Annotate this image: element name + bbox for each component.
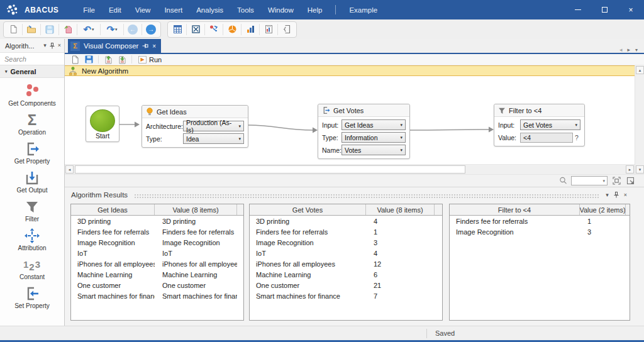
table-row[interactable]: Image RecognitionImage Recognition: [71, 237, 243, 248]
palette-item-get-components[interactable]: Get Components: [0, 81, 64, 108]
tab-scroll-right-icon[interactable]: ▸: [627, 47, 630, 53]
undo-button[interactable]: ↶ ▾: [77, 22, 100, 37]
table-view-button[interactable]: [169, 22, 186, 37]
matrix-view-button[interactable]: [187, 22, 204, 37]
navigate-forward-button[interactable]: →: [142, 22, 160, 37]
chart-view-button[interactable]: [242, 22, 259, 37]
maximize-button[interactable]: [591, 0, 618, 19]
section-header-general[interactable]: ▾ General: [0, 65, 64, 78]
name-dropdown[interactable]: Votes▾: [341, 145, 406, 155]
menu-tools[interactable]: Tools: [230, 6, 261, 14]
workspace-menu[interactable]: Example: [342, 6, 384, 14]
column-header[interactable]: [237, 204, 243, 215]
tab-pin-icon[interactable]: [142, 43, 148, 49]
table-row[interactable]: Image Recognition3: [450, 226, 630, 237]
open-button[interactable]: [23, 22, 40, 37]
table-row[interactable]: IoTIoT: [71, 248, 243, 258]
zoom-level-combobox[interactable]: ▾: [571, 176, 608, 185]
3d-view-button[interactable]: [223, 22, 241, 37]
palette-item-get-output[interactable]: Get Output: [0, 168, 64, 195]
palette-item-operation[interactable]: Σ Operation: [0, 110, 64, 137]
table-row[interactable]: One customerOne customer: [71, 280, 243, 290]
palette-item-attribution[interactable]: Attribution: [0, 226, 64, 253]
pin-icon[interactable]: [613, 192, 619, 198]
tab-close-icon[interactable]: ×: [152, 43, 156, 50]
scroll-up-button[interactable]: ▴: [636, 66, 644, 74]
navigate-back-button[interactable]: ←: [124, 22, 142, 37]
menu-view[interactable]: View: [128, 6, 158, 14]
panel-close-icon[interactable]: ×: [58, 43, 61, 48]
composer-save-button[interactable]: [83, 55, 94, 65]
menu-window[interactable]: Window: [261, 6, 301, 14]
publish-button[interactable]: [59, 22, 77, 37]
column-header[interactable]: [435, 204, 442, 215]
table-row[interactable]: Image Recognition3: [250, 237, 442, 248]
filter-value-input[interactable]: <4: [520, 133, 573, 143]
palette-item-get-property[interactable]: Get Property: [0, 139, 64, 166]
column-header[interactable]: Value (2 items): [580, 204, 626, 215]
filter-node[interactable]: Filter to <4 Input: Get Votes▾ Value: <4…: [494, 104, 585, 146]
table-row[interactable]: Finders fee for referralsFinders fee for…: [71, 226, 243, 237]
new-document-button[interactable]: [4, 22, 22, 37]
menu-file[interactable]: File: [76, 6, 102, 14]
menu-help[interactable]: Help: [301, 6, 330, 14]
architecture-dropdown[interactable]: Production (As-Is)▾: [183, 121, 244, 131]
redo-button[interactable]: ↷ ▾: [101, 22, 123, 37]
report-view-button[interactable]: [260, 22, 277, 37]
minimize-button[interactable]: [565, 0, 591, 19]
get-ideas-node[interactable]: Get Ideas Architecture: Production (As-I…: [142, 105, 248, 148]
pin-icon[interactable]: [49, 43, 55, 49]
get-votes-node[interactable]: Get Votes Input: Get Ideas▾ Type: Inform…: [318, 104, 410, 159]
help-question-icon[interactable]: ?: [573, 134, 580, 141]
close-button[interactable]: ×: [618, 0, 644, 19]
input-dropdown[interactable]: Get Ideas▾: [341, 119, 406, 130]
type-dropdown[interactable]: Information▾: [341, 132, 406, 143]
palette-item-constant[interactable]: 123 Constant: [0, 255, 64, 282]
input-dropdown[interactable]: Get Votes▾: [520, 119, 580, 130]
type-dropdown[interactable]: Idea▾: [183, 133, 244, 144]
fit-to-screen-button[interactable]: [611, 176, 621, 186]
table-row[interactable]: Finders fee for referrals1: [450, 216, 630, 226]
results-panel-header[interactable]: Algorithm Results ▾ ×: [65, 187, 644, 202]
menu-edit[interactable]: Edit: [102, 6, 128, 14]
export-xml-button[interactable]: [116, 55, 128, 65]
column-header[interactable]: Value (8 items): [155, 204, 237, 215]
table-row[interactable]: iPhones for all employees12: [250, 258, 442, 269]
tab-visual-composer[interactable]: Σ Visual Composer ×: [68, 39, 161, 53]
table-row[interactable]: Machine LearningMachine Learning: [71, 269, 243, 280]
panel-dropdown-icon[interactable]: ▾: [43, 43, 47, 48]
get-ideas-node-header[interactable]: Get Ideas: [142, 106, 248, 118]
canvas-horizontal-scrollbar[interactable]: ◂ ▸: [65, 165, 635, 174]
table-row[interactable]: iPhones for all employeesiPhones for all…: [71, 258, 243, 269]
diagram-view-button[interactable]: [205, 22, 223, 37]
menu-insert[interactable]: Insert: [157, 6, 189, 14]
scroll-left-button[interactable]: ◂: [65, 165, 74, 174]
get-votes-node-header[interactable]: Get Votes: [318, 104, 409, 117]
scrollbar-thumb[interactable]: [75, 165, 465, 174]
table-row[interactable]: IoT4: [250, 248, 442, 258]
column-header[interactable]: [626, 204, 630, 215]
column-header[interactable]: Value (8 items): [366, 204, 435, 215]
tab-list-dropdown-icon[interactable]: ▾: [635, 47, 638, 53]
palette-item-set-property[interactable]: Set Property: [0, 284, 64, 311]
import-xml-button[interactable]: [103, 55, 114, 65]
column-header[interactable]: Filter to <4: [450, 204, 580, 215]
panel-dropdown-icon[interactable]: ▾: [606, 192, 609, 198]
table-row[interactable]: Smart machines for finance7: [250, 290, 442, 301]
scrollbar-track[interactable]: [75, 165, 625, 174]
search-input[interactable]: [0, 53, 64, 65]
composer-canvas[interactable]: Start Get Ideas Architecture: Production…: [65, 76, 635, 165]
composer-new-button[interactable]: [69, 55, 80, 65]
scroll-down-button[interactable]: ▾: [636, 165, 644, 174]
table-row[interactable]: 3D printing4: [250, 216, 442, 226]
table-row[interactable]: Finders fee for referrals1: [250, 226, 442, 237]
column-header[interactable]: Get Votes: [250, 204, 366, 215]
scroll-right-button[interactable]: ▸: [626, 165, 634, 174]
tab-scroll-left-icon[interactable]: ◂: [619, 47, 623, 53]
save-button[interactable]: [41, 22, 58, 37]
menu-analysis[interactable]: Analysis: [189, 6, 230, 14]
table-row[interactable]: Machine Learning6: [250, 269, 442, 280]
script-view-button[interactable]: [278, 22, 296, 37]
canvas-vertical-scrollbar[interactable]: ▴ ▾: [635, 65, 644, 174]
panel-close-icon[interactable]: ×: [624, 192, 627, 198]
